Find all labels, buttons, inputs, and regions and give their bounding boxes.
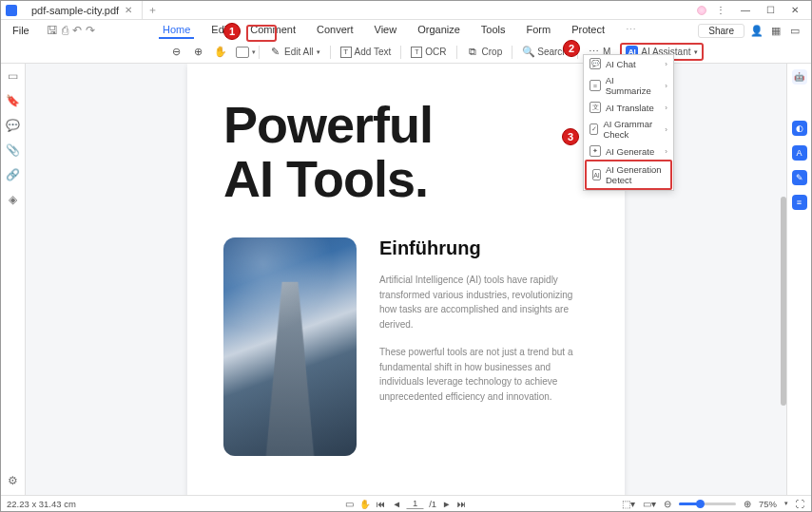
document-tab[interactable]: pdf-sample-city.pdf ✕: [22, 1, 143, 20]
page-total: /1: [429, 499, 436, 509]
tab-protect[interactable]: Protect: [568, 22, 609, 39]
collapse-icon[interactable]: ▭: [788, 24, 802, 37]
shape-tool[interactable]: [236, 47, 249, 58]
page-nav: ▭ ✋ ⏮ ◄ 1 /1 ► ⏭: [345, 498, 466, 509]
ocr-button[interactable]: TOCR: [411, 47, 446, 58]
window-maximize[interactable]: ☐: [760, 2, 781, 19]
generate-icon: ✦: [590, 145, 601, 157]
chevron-right-icon: ›: [665, 125, 667, 134]
print-icon[interactable]: ⎙: [62, 24, 68, 37]
fullscreen-icon[interactable]: ⛶: [796, 499, 805, 509]
last-page-icon[interactable]: ⏭: [457, 499, 467, 509]
ai-grammar-item[interactable]: ✓AI Grammar Check›: [584, 116, 673, 142]
add-text-button[interactable]: TAdd Text: [340, 47, 392, 58]
thumbnails-status-icon[interactable]: ▭: [345, 499, 354, 509]
annotation-3: 3: [562, 128, 579, 145]
vertical-scrollbar[interactable]: [781, 197, 786, 406]
tab-close-icon[interactable]: ✕: [125, 5, 132, 15]
tab-convert[interactable]: Convert: [313, 22, 358, 39]
ai-chat-item[interactable]: 💬AI Chat›: [584, 55, 673, 72]
hand-status-icon[interactable]: ✋: [359, 499, 371, 509]
crop-button[interactable]: ⧉Crop: [467, 46, 503, 58]
tool-chip-3[interactable]: ✎: [792, 170, 807, 185]
tab-view[interactable]: View: [371, 22, 401, 39]
ai-generate-item[interactable]: ✦AI Generate›: [584, 142, 673, 160]
zoom-out-status[interactable]: ⊖: [664, 499, 671, 509]
ribbon-toolbar: ⊖ ⊕ ✋ ✎Edit All▾ TAdd Text TOCR ⧉Crop 🔍S…: [1, 41, 811, 64]
paragraph-2: These powerful tools are not just a tren…: [379, 345, 589, 404]
thumbnails-icon[interactable]: ▭: [8, 69, 18, 83]
document-heading: Powerful AI Tools.: [223, 98, 589, 205]
section-subtitle: Einführung: [379, 237, 589, 259]
tab-comment[interactable]: Comment: [246, 22, 300, 39]
hand-tool[interactable]: ✋: [214, 46, 226, 58]
tab-overflow[interactable]: ⋯: [622, 22, 640, 39]
share-button[interactable]: Share: [698, 24, 744, 38]
ai-generation-detect-item[interactable]: AIAI Generation Detect: [585, 160, 672, 190]
user-icon[interactable]: 👤: [750, 24, 764, 37]
window-close[interactable]: ✕: [784, 2, 805, 19]
window-menu-icon[interactable]: ⋮: [710, 2, 731, 19]
ai-summarize-item[interactable]: ≡AI Summarize›: [584, 72, 673, 99]
menubar: File 🖫 ⎙ ↶ ↷ Home Edit Comment Convert V…: [1, 20, 811, 41]
fit-icon-1[interactable]: ⬚▾: [622, 499, 635, 509]
page-input[interactable]: 1: [407, 498, 423, 509]
search-button[interactable]: 🔍Search: [522, 46, 568, 58]
account-indicator[interactable]: [697, 6, 706, 15]
first-page-icon[interactable]: ⏮: [377, 499, 386, 509]
chevron-right-icon: ›: [665, 104, 667, 112]
workspace: ▭ 🔖 💬 📎 🔗 ◈ ⚙ Powerful AI Tools. Einführ…: [1, 64, 811, 495]
right-sidebar: 🤖 ◐ A ✎ ≡: [786, 64, 811, 495]
tab-form[interactable]: Form: [523, 22, 555, 39]
window-minimize[interactable]: —: [735, 2, 756, 19]
text-icon: T: [340, 47, 352, 58]
bookmarks-icon[interactable]: 🔖: [6, 94, 20, 107]
prev-page-icon[interactable]: ◄: [392, 499, 400, 509]
links-icon[interactable]: 🔗: [6, 168, 20, 181]
zoom-slider[interactable]: [679, 503, 736, 505]
tab-title: pdf-sample-city.pdf: [31, 5, 119, 16]
zoom-in-status[interactable]: ⊕: [744, 499, 751, 509]
chat-icon: 💬: [590, 58, 601, 69]
edit-all-button[interactable]: ✎Edit All▾: [269, 46, 320, 58]
grammar-icon: ✓: [590, 123, 598, 135]
tab-home[interactable]: Home: [159, 22, 194, 39]
attachments-icon[interactable]: 📎: [6, 143, 20, 157]
annotation-1: 1: [223, 23, 241, 40]
fit-icon-2[interactable]: ▭▾: [643, 499, 656, 509]
hero-image: [223, 237, 357, 456]
left-sidebar: ▭ 🔖 💬 📎 🔗 ◈ ⚙: [1, 64, 26, 495]
tab-add-button[interactable]: ＋: [143, 3, 162, 17]
tool-chip-4[interactable]: ≡: [792, 195, 807, 210]
zoom-in-button[interactable]: ⊕: [192, 46, 204, 58]
page-dimensions: 22.23 x 31.43 cm: [7, 499, 76, 509]
layers-icon[interactable]: ◈: [9, 193, 17, 206]
undo-icon[interactable]: ↶: [72, 24, 82, 37]
statusbar: 22.23 x 31.43 cm ▭ ✋ ⏮ ◄ 1 /1 ► ⏭ ⬚▾ ▭▾ …: [1, 495, 811, 511]
zoom-value[interactable]: 75%: [759, 499, 777, 509]
ai-translate-item[interactable]: 文AI Translate›: [584, 99, 673, 116]
tab-tools[interactable]: Tools: [477, 22, 510, 39]
redo-icon[interactable]: ↷: [86, 24, 95, 37]
titlebar: pdf-sample-city.pdf ✕ ＋ ⋮ — ☐ ✕: [1, 1, 811, 20]
tool-chip-1[interactable]: ◐: [792, 121, 807, 136]
app-logo: [1, 1, 22, 20]
summarize-icon: ≡: [590, 80, 601, 91]
tab-organize[interactable]: Organize: [414, 22, 464, 39]
crop-icon: ⧉: [467, 46, 479, 58]
ai-assistant-menu: 💬AI Chat› ≡AI Summarize› 文AI Translate› …: [583, 54, 674, 191]
zoom-in-icon: ⊕: [192, 46, 204, 58]
detect-icon: AI: [592, 169, 601, 180]
hand-icon: ✋: [214, 46, 226, 58]
zoom-out-button[interactable]: ⊖: [170, 46, 183, 58]
ai-panel-icon[interactable]: 🤖: [792, 69, 807, 85]
tool-chip-2[interactable]: A: [792, 145, 807, 161]
save-icon[interactable]: 🖫: [47, 24, 58, 37]
next-page-icon[interactable]: ►: [442, 499, 451, 509]
chevron-right-icon: ›: [665, 60, 667, 68]
comments-icon[interactable]: 💬: [6, 119, 20, 132]
grid-icon[interactable]: ▦: [769, 24, 783, 37]
settings-icon[interactable]: ⚙: [8, 474, 18, 487]
file-menu[interactable]: File: [5, 23, 37, 38]
quick-access-toolbar: 🖫 ⎙ ↶ ↷: [41, 24, 101, 37]
